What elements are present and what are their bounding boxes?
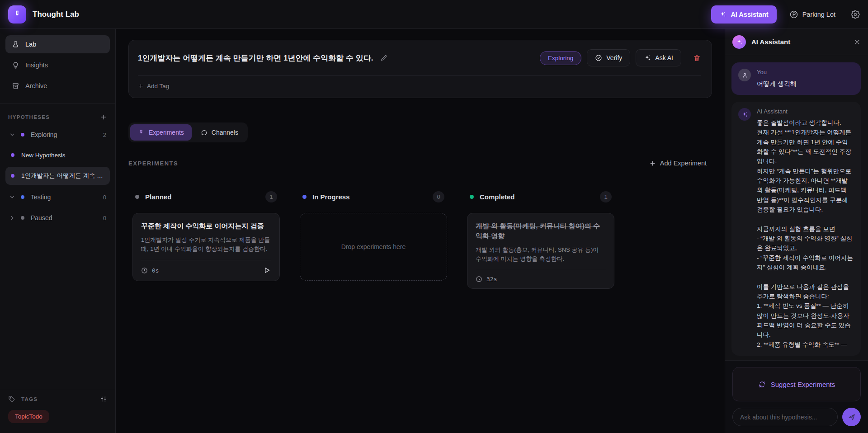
status-dot: [21, 216, 24, 220]
sparkles-icon: [644, 54, 651, 61]
tab-experiments[interactable]: Experiments: [130, 124, 192, 141]
chat-bubble-icon: [201, 129, 208, 136]
column-completed: Completed 1 개발 외 활동(마케팅, 커뮤니티 참여)의 수익화 영…: [467, 191, 614, 289]
chevron-down-icon: [9, 132, 15, 138]
ai-panel-title: AI Assistant: [751, 38, 848, 46]
column-label: In Progress: [312, 193, 433, 201]
tag-topictodo[interactable]: TopicTodo: [8, 410, 49, 423]
status-dot: [302, 195, 307, 199]
column-count: 1: [265, 191, 277, 202]
tab-channels[interactable]: Channels: [193, 124, 246, 141]
suggest-experiments-label: Suggest Experiments: [771, 381, 835, 388]
sidebar-hypothesis-selected[interactable]: 1인개발자는 어떻게든 계속 만들...: [5, 167, 110, 185]
status-dot: [21, 133, 24, 136]
chat-input[interactable]: [732, 408, 838, 426]
tab-bar: Experiments Channels: [128, 122, 248, 142]
status-dot: [11, 153, 14, 157]
group-count: 2: [103, 132, 106, 138]
sidebar-item-archive[interactable]: Archive: [5, 77, 110, 95]
hypothesis-header-card: 1인개발자는 어떻게든 계속 만들기만 하면 1년안에 수익화할 수 있다. E…: [128, 40, 712, 98]
experiment-card-planned[interactable]: 꾸준한 제작이 수익화로 이어지는지 검증 1인개발자가 일정 주기로 지속적으…: [132, 213, 280, 281]
lightbulb-icon: [12, 61, 19, 69]
experiment-description: 개발 외의 활동(홍보, 커뮤니티, SNS 공유 등)이 수익화에 미치는 영…: [476, 245, 606, 264]
ai-assistant-label: AI Assistant: [731, 11, 768, 18]
top-bar: Thought Lab AI Assistant Parking Lot: [0, 0, 868, 29]
status-dot: [135, 195, 139, 199]
sidebar-item-lab[interactable]: Lab: [5, 35, 110, 53]
tab-label: Experiments: [149, 129, 184, 136]
archive-icon: [12, 82, 19, 90]
clock-icon: [141, 267, 148, 274]
status-dot: [11, 174, 14, 178]
kanban-board: Planned 1 꾸준한 제작이 수익화로 이어지는지 검증 1인개발자가 일…: [128, 191, 712, 289]
hypothesis-label: New Hypothesis: [21, 152, 66, 159]
group-label: Paused: [31, 214, 103, 221]
sidebar-hypothesis-new[interactable]: New Hypothesis: [5, 146, 110, 164]
group-count: 0: [103, 194, 106, 201]
user-avatar: [738, 69, 751, 81]
experiment-card-completed[interactable]: 개발 외 활동(마케팅, 커뮤니티 참여)의 수익화 영향 개발 외의 활동(홍…: [467, 213, 614, 289]
column-planned: Planned 1 꾸준한 제작이 수익화로 이어지는지 검증 1인개발자가 일…: [132, 191, 280, 289]
divider: [0, 103, 115, 104]
message-text: 좋은 출발점이라고 생각합니다. 현재 가설 **“1인개발자는 어떻게든 계속…: [757, 118, 854, 349]
tags-section-title: TAGS: [21, 396, 100, 402]
beaker-icon: [13, 10, 22, 19]
experiment-title: 개발 외 활동(마케팅, 커뮤니티 참여)의 수익화 영향: [476, 221, 606, 241]
app-logo[interactable]: [8, 5, 26, 24]
send-button[interactable]: [842, 408, 861, 426]
tag-icon: [8, 395, 15, 403]
hypothesis-title: 1인개발자는 어떻게든 계속 만들기만 하면 1년안에 수익화할 수 있다.: [138, 53, 373, 63]
chevron-right-icon: [9, 215, 15, 221]
add-tag-button[interactable]: Add Tag: [138, 83, 169, 89]
sidebar-item-insights[interactable]: Insights: [5, 56, 110, 74]
parking-lot-label: Parking Lot: [802, 11, 835, 18]
message-text: 어떻게 생각해: [757, 79, 797, 89]
app-title: Thought Lab: [33, 10, 79, 19]
settings-gear-icon[interactable]: [851, 10, 860, 19]
close-icon[interactable]: [854, 38, 861, 46]
sidebar-item-label: Insights: [25, 61, 48, 69]
refresh-icon: [758, 381, 766, 388]
add-hypothesis-icon[interactable]: [100, 113, 107, 121]
verify-label: Verify: [606, 54, 622, 61]
sidebar-item-label: Lab: [25, 41, 36, 48]
chat-messages[interactable]: You 어떻게 생각해 AI Assistant 좋은 출발점이라고 생각합니다…: [725, 55, 868, 360]
sidebar-group-exploring[interactable]: Exploring 2: [5, 126, 110, 143]
ai-assistant-panel: AI Assistant You 어떻게 생각해 AI Assistant 좋은…: [725, 29, 868, 433]
group-count: 0: [103, 215, 106, 221]
plus-icon: [138, 83, 144, 89]
column-label: Planned: [145, 193, 265, 201]
edit-pencil-icon[interactable]: [380, 54, 387, 61]
sidebar-group-testing[interactable]: Testing 0: [5, 188, 110, 206]
ai-assistant-avatar: [732, 35, 746, 49]
add-tag-label: Add Tag: [147, 83, 169, 89]
experiment-dropzone[interactable]: Drop experiments here: [300, 213, 447, 281]
ask-ai-button[interactable]: Ask AI: [636, 49, 681, 66]
sidebar-item-label: Archive: [25, 82, 47, 89]
experiment-timer: 32s: [486, 276, 497, 282]
play-button[interactable]: [262, 266, 271, 275]
sidebar-group-paused[interactable]: Paused 0: [5, 209, 110, 226]
parking-icon: [789, 10, 798, 19]
group-label: Testing: [31, 193, 103, 201]
add-experiment-label: Add Experiment: [660, 160, 707, 167]
group-label: Exploring: [31, 131, 103, 138]
column-count: 0: [433, 191, 444, 202]
ai-assistant-button[interactable]: AI Assistant: [711, 5, 776, 24]
experiment-description: 1인개발자가 일정 주기로 지속적으로 제품을 만들 때, 1년 이내 수익화율…: [141, 235, 271, 254]
flask-icon: [12, 41, 19, 48]
parking-lot-button[interactable]: Parking Lot: [789, 10, 835, 19]
message-author: You: [757, 69, 797, 75]
status-badge-exploring[interactable]: Exploring: [540, 51, 581, 65]
chat-message-assistant: AI Assistant 좋은 출발점이라고 생각합니다. 현재 가설 **“1…: [731, 102, 861, 356]
add-experiment-button[interactable]: Add Experiment: [649, 160, 707, 167]
clock-icon: [476, 276, 482, 282]
sparkles-icon: [719, 11, 726, 18]
divider: [476, 270, 606, 270]
delete-trash-icon[interactable]: [693, 54, 701, 62]
plus-icon: [649, 160, 656, 167]
verify-button[interactable]: Verify: [587, 49, 630, 66]
suggest-experiments-button[interactable]: Suggest Experiments: [732, 367, 861, 401]
status-dot: [21, 195, 24, 199]
tag-filter-icon[interactable]: [100, 395, 107, 403]
